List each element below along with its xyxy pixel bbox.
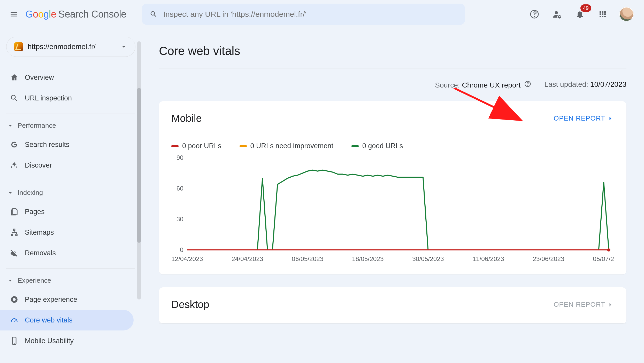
svg-text:11/06/2023: 11/06/2023 — [472, 255, 504, 262]
caret-down-icon — [7, 278, 13, 284]
svg-text:90: 90 — [177, 155, 183, 161]
section-label: Experience — [18, 277, 51, 285]
caret-down-icon — [120, 43, 127, 50]
chevron-right-icon — [607, 301, 614, 308]
card-title: Mobile — [171, 113, 202, 124]
google-wordmark: Google — [25, 9, 56, 20]
open-report-label: OPEN REPORT — [554, 301, 605, 309]
svg-text:60: 60 — [177, 185, 183, 192]
user-settings-icon — [553, 10, 562, 19]
svg-point-3 — [14, 343, 15, 344]
nav-sitemaps[interactable]: Sitemaps — [0, 222, 134, 243]
desktop-card: Desktop OPEN REPORT — [159, 287, 626, 323]
speedometer-icon — [10, 316, 19, 325]
property-url: https://enmodemel.fr/ — [28, 43, 116, 51]
svg-text:23/06/2023: 23/06/2023 — [533, 255, 564, 262]
main-content: Core web vitals Source: Chrome UX report… — [141, 28, 644, 363]
svg-text:30/05/2023: 30/05/2023 — [412, 255, 444, 262]
open-report-desktop[interactable]: OPEN REPORT — [554, 301, 614, 309]
nav-core-web-vitals[interactable]: Core web vitals — [0, 310, 134, 330]
nav-overview[interactable]: Overview — [0, 67, 134, 88]
notifications-button[interactable]: 49 — [574, 8, 586, 20]
report-meta: Source: Chrome UX report Last updated: 1… — [159, 68, 634, 101]
help-icon — [524, 80, 531, 88]
nav-discover[interactable]: Discover — [0, 155, 134, 176]
sidebar-scrollbar[interactable] — [137, 41, 141, 299]
caret-down-icon — [7, 123, 13, 129]
svg-text:05/07/2023: 05/07/2023 — [593, 255, 614, 262]
notifications-badge: 49 — [580, 4, 591, 12]
section-performance[interactable]: Performance — [0, 114, 141, 134]
nav-mobile-usability[interactable]: Mobile Usability — [0, 330, 134, 351]
nav-pages[interactable]: Pages — [0, 201, 134, 222]
section-indexing[interactable]: Indexing — [0, 181, 141, 201]
nav-label: Overview — [25, 74, 54, 82]
url-inspect-searchbar[interactable] — [142, 4, 465, 25]
legend-label: 0 URLs need improvement — [250, 142, 333, 150]
nav-label: Core web vitals — [25, 316, 73, 324]
source-label: Source: — [435, 81, 462, 89]
top-bar-actions: 49 — [528, 7, 634, 21]
account-avatar[interactable] — [619, 7, 634, 21]
nav-label: URL inspection — [25, 94, 72, 102]
nav-label: Discover — [25, 161, 52, 169]
chevron-right-icon — [607, 115, 614, 122]
mobile-chart: 030609012/04/202324/04/202306/05/202318/… — [159, 153, 626, 274]
nav-label: Mobile Usability — [25, 337, 74, 345]
nav-url-inspection[interactable]: URL inspection — [0, 88, 134, 108]
nav-removals[interactable]: Removals — [0, 243, 134, 263]
nav-page-experience[interactable]: Page experience — [0, 289, 134, 310]
legend-label: 0 poor URLs — [182, 142, 221, 150]
updated-value: 10/07/2023 — [590, 80, 626, 88]
smartphone-icon — [10, 336, 19, 345]
sidebar: https://enmodemel.fr/ Overview URL inspe… — [0, 28, 141, 363]
top-bar: Google Search Console 49 — [0, 0, 644, 28]
legend-needs-improvement: 0 URLs need improvement — [240, 142, 333, 150]
discover-icon — [10, 161, 19, 170]
manage-users-button[interactable] — [551, 8, 563, 20]
legend-swatch — [240, 145, 247, 147]
search-icon — [10, 94, 19, 102]
property-selector[interactable]: https://enmodemel.fr/ — [6, 37, 135, 57]
source-info: Source: Chrome UX report — [435, 80, 531, 89]
nav-label: Pages — [25, 208, 45, 216]
page-title: Core web vitals — [159, 28, 626, 68]
nav-search-results[interactable]: Search results — [0, 134, 134, 155]
nav-label: Page experience — [25, 296, 77, 304]
product-name: Search Console — [58, 9, 126, 20]
legend-label: 0 good URLs — [362, 142, 403, 150]
section-experience[interactable]: Experience — [0, 269, 141, 289]
caret-down-icon — [7, 190, 13, 196]
page-experience-icon — [10, 295, 19, 304]
chart-legend: 0 poor URLs 0 URLs need improvement 0 go… — [159, 134, 626, 153]
card-title: Desktop — [171, 299, 209, 310]
url-inspect-input[interactable] — [163, 10, 457, 19]
nav-label: Removals — [25, 249, 56, 257]
visibility-off-icon — [10, 249, 19, 257]
svg-text:06/05/2023: 06/05/2023 — [292, 255, 323, 262]
legend-swatch — [351, 145, 359, 147]
open-report-mobile[interactable]: OPEN REPORT — [554, 114, 614, 122]
menu-button[interactable] — [8, 8, 20, 20]
nav-label: Search results — [25, 141, 70, 149]
source-help-button[interactable] — [524, 80, 531, 88]
sitemap-icon — [10, 228, 19, 237]
hamburger-icon — [10, 10, 18, 19]
svg-point-19 — [607, 248, 610, 251]
source-value: Chrome UX report — [462, 81, 520, 89]
home-icon — [10, 73, 19, 82]
section-label: Performance — [18, 122, 56, 130]
legend-poor: 0 poor URLs — [171, 142, 221, 150]
nav-label: Sitemaps — [25, 228, 54, 236]
svg-text:12/04/2023: 12/04/2023 — [171, 255, 203, 262]
updated-label: Last updated: — [544, 80, 590, 88]
help-button[interactable] — [528, 8, 541, 20]
svg-text:30: 30 — [177, 216, 183, 223]
open-report-label: OPEN REPORT — [554, 114, 605, 122]
apps-button[interactable] — [596, 8, 609, 20]
search-icon — [150, 10, 158, 18]
legend-swatch — [171, 145, 179, 147]
google-g-icon — [10, 140, 19, 149]
svg-text:24/04/2023: 24/04/2023 — [232, 255, 263, 262]
legend-good: 0 good URLs — [351, 142, 403, 150]
